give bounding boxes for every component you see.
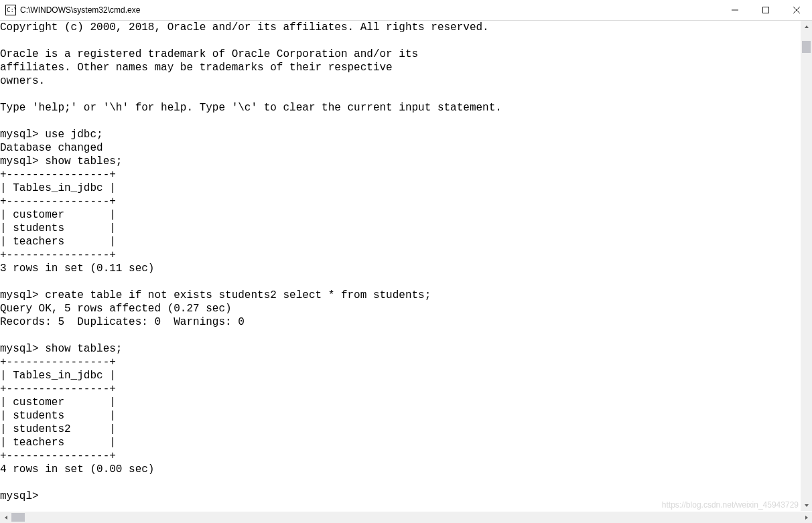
svg-text:C:\: C:\	[7, 7, 16, 13]
close-button[interactable]	[781, 0, 812, 20]
window-titlebar: C:\ C:\WINDOWS\system32\cmd.exe	[0, 0, 812, 21]
scroll-left-icon[interactable]	[0, 512, 11, 523]
console-area: Copyright (c) 2000, 2018, Oracle and/or …	[0, 21, 812, 511]
vertical-scroll-thumb[interactable]	[802, 41, 811, 53]
minimize-button[interactable]	[720, 0, 750, 20]
window-title: C:\WINDOWS\system32\cmd.exe	[20, 5, 140, 15]
cmd-icon: C:\	[5, 5, 16, 15]
svg-rect-4	[763, 7, 769, 13]
scroll-right-icon[interactable]	[801, 512, 812, 523]
scroll-up-icon[interactable]	[801, 21, 812, 32]
horizontal-scroll-thumb[interactable]	[11, 513, 25, 522]
vertical-scrollbar[interactable]	[801, 21, 812, 511]
window-controls	[720, 0, 812, 20]
console-output[interactable]: Copyright (c) 2000, 2018, Oracle and/or …	[0, 21, 801, 511]
maximize-button[interactable]	[750, 0, 781, 20]
scroll-down-icon[interactable]	[801, 500, 812, 511]
horizontal-scrollbar[interactable]	[0, 512, 812, 523]
